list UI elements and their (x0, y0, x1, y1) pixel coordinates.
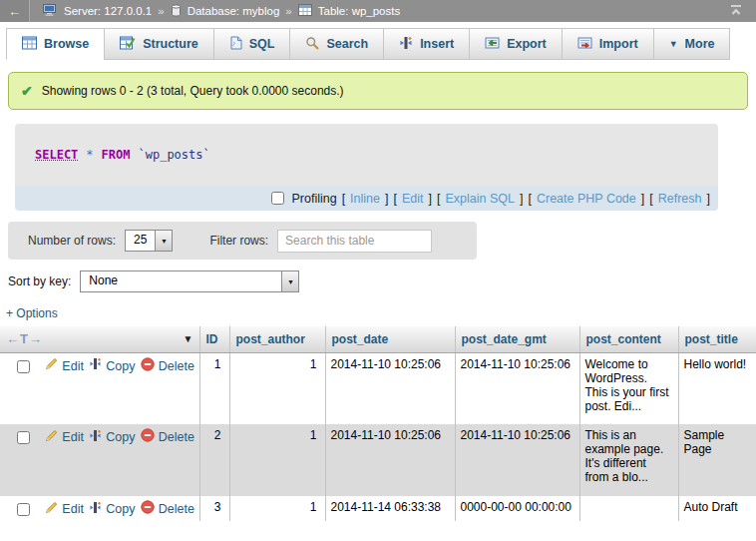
breadcrumb-table-link[interactable]: Table: wp_posts (318, 5, 400, 17)
cell-id: 2 (199, 424, 229, 496)
copy-link[interactable]: Copy (106, 502, 135, 516)
actions-header-cell: ←T→ ▼ (0, 326, 199, 352)
tab-structure[interactable]: Structure (104, 28, 214, 60)
tab-browse[interactable]: Browse (6, 28, 105, 60)
database-icon (171, 4, 182, 19)
edit-pencil-icon (45, 357, 58, 373)
column-header-post-content[interactable]: post_content (579, 326, 678, 352)
tab-label: Insert (420, 37, 454, 51)
filter-rows-label: Filter rows: (209, 234, 268, 248)
options-toggle-link[interactable]: + Options (6, 306, 58, 320)
create-php-code-link[interactable]: Create PHP Code (537, 192, 636, 206)
tab-search[interactable]: Search (289, 28, 384, 60)
breadcrumb-database-link[interactable]: Database: myblog (188, 5, 280, 17)
sort-options-icon[interactable]: ▼ (184, 333, 193, 344)
cell-post-title: Auto Draft (678, 496, 756, 521)
bracket: ] (641, 192, 644, 206)
export-icon (485, 36, 500, 53)
edit-link[interactable]: Edit (62, 502, 84, 516)
import-icon (577, 36, 592, 53)
copy-link[interactable]: Copy (106, 430, 135, 444)
tab-import[interactable]: Import (562, 28, 654, 60)
bracket: ] (429, 192, 432, 206)
breadcrumb-server-link[interactable]: Server: 127.0.0.1 (64, 5, 152, 17)
success-check-icon: ✔ (21, 83, 33, 99)
sql-icon (229, 36, 242, 53)
row-select-checkbox[interactable] (17, 431, 30, 444)
column-header-post-author[interactable]: post_author (229, 326, 325, 352)
back-arrow-button[interactable]: ← (0, 0, 30, 22)
tab-label: Browse (44, 37, 89, 51)
cell-post-content: Welcome to WordPress. This is your first… (579, 352, 678, 424)
delete-link[interactable]: Delete (159, 502, 194, 516)
sort-by-key-label: Sort by key: (8, 274, 71, 288)
status-message: ✔ Showing rows 0 - 2 (3 total, Query too… (8, 72, 748, 110)
bracket: [ (649, 192, 652, 206)
filter-rows-input[interactable] (277, 230, 432, 253)
breadcrumb-bar: ← Server: 127.0.0.1 » Database: myblog »… (0, 0, 756, 22)
inline-edit-link[interactable]: Inline (350, 192, 380, 206)
column-header-id[interactable]: ID (199, 326, 229, 352)
rows-control-bar: Number of rows: 25 ▼ Filter rows: (8, 222, 477, 260)
column-header-post-date[interactable]: post_date (325, 326, 455, 352)
structure-icon (120, 36, 136, 53)
number-of-rows-select[interactable]: 25 ▼ (125, 230, 173, 252)
sql-star: * (86, 148, 93, 162)
sql-query-box: SELECT*FROM`wp_posts` Profiling [ Inline… (15, 124, 718, 211)
tab-label: Import (599, 37, 638, 51)
bracket: [ (342, 192, 345, 206)
profiling-label: Profiling (291, 192, 336, 206)
transpose-icon[interactable]: ←T→ (6, 331, 43, 346)
bracket: [ (528, 192, 531, 206)
edit-link[interactable]: Edit (62, 430, 84, 444)
table-row: Edit Copy Delete 3 1 2014-11-14 06:33:38… (0, 496, 756, 521)
table-row: Edit Copy Delete 1 1 2014-11-10 10:25:06… (0, 352, 756, 424)
tab-label: SQL (249, 37, 275, 51)
edit-pencil-icon (45, 429, 58, 445)
copy-icon (89, 501, 102, 517)
delete-link[interactable]: Delete (159, 358, 194, 372)
explain-sql-link[interactable]: Explain SQL (445, 192, 514, 206)
tab-label: Search (326, 37, 368, 51)
search-icon (305, 36, 319, 53)
cell-id: 1 (199, 352, 229, 424)
profiling-checkbox[interactable] (271, 192, 284, 205)
back-arrow-icon: ← (8, 4, 21, 19)
tab-export[interactable]: Export (469, 28, 563, 60)
dropdown-arrow-icon: ▼ (155, 231, 172, 251)
row-select-checkbox[interactable] (17, 360, 30, 373)
column-header-post-date-gmt[interactable]: post_date_gmt (455, 326, 579, 352)
row-select-checkbox[interactable] (17, 503, 30, 516)
tab-label: More (685, 37, 715, 51)
collapse-panel-button[interactable] (728, 3, 744, 19)
bracket: ] (385, 192, 388, 206)
table-row: Edit Copy Delete 2 1 2014-11-10 10:25:06… (0, 424, 756, 496)
copy-icon (89, 429, 102, 445)
tab-insert[interactable]: Insert (383, 28, 470, 60)
insert-icon (399, 36, 413, 53)
tab-sql[interactable]: SQL (213, 28, 291, 60)
breadcrumb: Server: 127.0.0.1 » Database: myblog » T… (30, 3, 728, 19)
browse-icon (22, 36, 37, 53)
edit-query-link[interactable]: Edit (402, 192, 424, 206)
copy-link[interactable]: Copy (106, 358, 135, 372)
breadcrumb-separator: » (158, 5, 164, 17)
cell-post-content (579, 496, 678, 521)
refresh-link[interactable]: Refresh (658, 192, 702, 206)
sql-keyword-select[interactable]: SELECT (35, 148, 78, 162)
sort-row: Sort by key: None ▼ (8, 270, 756, 293)
cell-post-date-gmt: 2014-11-10 10:25:06 (455, 352, 579, 424)
status-message-text: Showing rows 0 - 2 (3 total, Query took … (42, 84, 344, 98)
sql-table-identifier: `wp_posts` (139, 148, 210, 162)
delete-icon (141, 428, 155, 445)
collapse-icon (728, 3, 744, 19)
edit-link[interactable]: Edit (62, 358, 84, 372)
delete-link[interactable]: Delete (159, 430, 194, 444)
tab-bar: Browse Structure SQL Search Insert Expor… (0, 22, 756, 60)
sort-by-key-select[interactable]: None ▼ (80, 270, 299, 292)
column-header-post-title[interactable]: post_title (678, 326, 756, 352)
tab-label: Structure (143, 37, 198, 51)
bracket: [ (437, 192, 440, 206)
tab-more[interactable]: ▼ More (653, 28, 731, 60)
cell-post-title: Sample Page (678, 424, 756, 496)
